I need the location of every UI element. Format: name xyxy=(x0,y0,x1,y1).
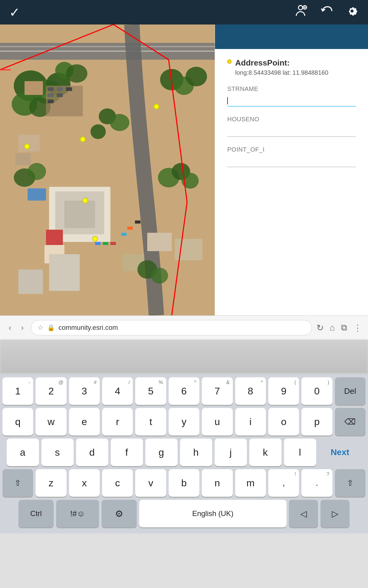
key-o[interactable]: o xyxy=(268,408,299,435)
back-button[interactable]: ‹ xyxy=(6,321,14,334)
key-comma[interactable]: ,! xyxy=(268,469,299,497)
key-9[interactable]: (9 xyxy=(268,377,299,405)
svg-rect-36 xyxy=(147,233,172,251)
svg-rect-52 xyxy=(110,242,116,245)
top-bar: ✓ xyxy=(0,0,368,24)
key-del[interactable]: Del xyxy=(335,377,366,405)
houseno-label: HOUSENO xyxy=(227,116,356,123)
key-shift-right[interactable]: ⇧ xyxy=(335,469,366,497)
key-u[interactable]: u xyxy=(202,408,232,435)
map-overlay xyxy=(0,24,215,315)
key-r[interactable]: r xyxy=(102,408,133,435)
svg-rect-35 xyxy=(18,270,43,294)
strname-label: STRNAME xyxy=(227,85,356,92)
key-s[interactable]: s xyxy=(41,439,74,466)
feature-coords: AddressPoint: long:8.54433498 lat: 11.98… xyxy=(227,58,356,76)
key-8[interactable]: *8 xyxy=(235,377,266,405)
key-c[interactable]: c xyxy=(102,469,133,497)
panel-header xyxy=(215,24,368,49)
svg-point-59 xyxy=(80,137,85,142)
key-5[interactable]: %5 xyxy=(135,377,166,405)
key-z[interactable]: z xyxy=(36,469,66,497)
menu-icon[interactable]: ⋮ xyxy=(353,323,362,333)
key-y[interactable]: y xyxy=(169,408,199,435)
key-d[interactable]: d xyxy=(76,439,108,466)
key-m[interactable]: m xyxy=(235,469,266,497)
key-j[interactable]: j xyxy=(215,439,247,466)
key-arrow-right[interactable]: ▷ xyxy=(320,500,350,527)
key-i[interactable]: i xyxy=(235,408,266,435)
key-2[interactable]: @2 xyxy=(36,377,66,405)
key-0[interactable]: )0 xyxy=(301,377,332,405)
feature-title: AddressPoint: xyxy=(235,58,328,68)
key-6[interactable]: ^6 xyxy=(169,377,199,405)
key-t[interactable]: t xyxy=(135,408,166,435)
browser-actions: ↻ ⌂ ⧉ ⋮ xyxy=(316,323,362,333)
forward-button[interactable]: › xyxy=(18,321,26,334)
url-bar[interactable]: ☆ 🔒 community.esri.com xyxy=(31,320,312,335)
svg-rect-50 xyxy=(95,242,101,245)
key-n[interactable]: n xyxy=(202,469,232,497)
key-h[interactable]: h xyxy=(180,439,212,466)
key-k[interactable]: k xyxy=(249,439,282,466)
svg-point-57 xyxy=(154,104,159,109)
key-1[interactable]: -1 xyxy=(2,377,33,405)
key-arrow-left[interactable]: ◁ xyxy=(289,500,318,527)
svg-rect-26 xyxy=(48,100,54,103)
key-emoji[interactable]: !#☺ xyxy=(56,500,99,527)
key-b[interactable]: b xyxy=(169,469,199,497)
svg-point-41 xyxy=(90,124,106,139)
key-space[interactable]: English (UK) xyxy=(139,500,286,527)
key-v[interactable]: v xyxy=(135,469,166,497)
key-l[interactable]: l xyxy=(284,439,316,466)
key-p[interactable]: p xyxy=(301,408,332,435)
top-bar-right xyxy=(294,4,359,21)
key-a[interactable]: a xyxy=(7,439,39,466)
key-7[interactable]: &7 xyxy=(202,377,232,405)
undo-icon[interactable] xyxy=(320,4,333,21)
svg-rect-49 xyxy=(28,188,46,201)
bookmark-icon: ☆ xyxy=(37,324,44,332)
key-backspace[interactable]: ⌫ xyxy=(335,408,366,435)
tabs-icon[interactable]: ⧉ xyxy=(341,323,347,333)
svg-point-46 xyxy=(151,268,168,284)
svg-rect-25 xyxy=(57,93,63,97)
key-3[interactable]: #3 xyxy=(69,377,100,405)
svg-rect-37 xyxy=(175,239,202,260)
refresh-icon[interactable]: ↻ xyxy=(316,323,324,333)
svg-rect-51 xyxy=(103,242,108,245)
key-period[interactable]: .? xyxy=(301,469,332,497)
key-settings[interactable]: ⚙ xyxy=(102,500,137,527)
svg-point-18 xyxy=(186,67,207,86)
svg-point-4 xyxy=(351,9,354,13)
svg-point-48 xyxy=(28,163,46,180)
browser-bar: ‹ › ☆ 🔒 community.esri.com ↻ ⌂ ⧉ ⋮ xyxy=(0,315,368,340)
key-f[interactable]: f xyxy=(111,439,143,466)
svg-rect-24 xyxy=(48,93,54,97)
svg-point-61 xyxy=(93,236,98,241)
key-ctrl[interactable]: Ctrl xyxy=(18,500,54,527)
key-q[interactable]: q xyxy=(2,408,33,435)
person-location-icon[interactable] xyxy=(294,4,307,21)
home-icon[interactable]: ⌂ xyxy=(330,323,335,333)
svg-rect-19 xyxy=(25,81,43,95)
key-e[interactable]: e xyxy=(69,408,100,435)
key-4[interactable]: /4 xyxy=(102,377,133,405)
svg-rect-31 xyxy=(64,201,95,228)
keyboard-row-qwerty: q w e r t y u i o p ⌫ xyxy=(2,408,366,435)
key-x[interactable]: x xyxy=(69,469,100,497)
key-g[interactable]: g xyxy=(145,439,178,466)
keyboard-row-bottom: Ctrl !#☺ ⚙ English (UK) ◁ ▷ xyxy=(2,500,366,527)
url-text: community.esri.com xyxy=(59,324,118,332)
svg-point-60 xyxy=(83,198,88,203)
panel-body: AddressPoint: long:8.54433498 lat: 11.98… xyxy=(215,49,368,315)
key-shift-left[interactable]: ⇧ xyxy=(2,469,33,497)
key-next[interactable]: Next xyxy=(319,439,362,466)
map-container[interactable] xyxy=(0,24,215,315)
svg-rect-34 xyxy=(49,254,80,291)
svg-rect-32 xyxy=(46,230,63,245)
checkmark-icon[interactable]: ✓ xyxy=(9,5,20,20)
key-w[interactable]: w xyxy=(36,408,66,435)
keyboard-row-zxcvb: ⇧ z x c v b n m ,! .? ⇧ xyxy=(2,469,366,497)
gear-icon[interactable] xyxy=(345,4,359,21)
